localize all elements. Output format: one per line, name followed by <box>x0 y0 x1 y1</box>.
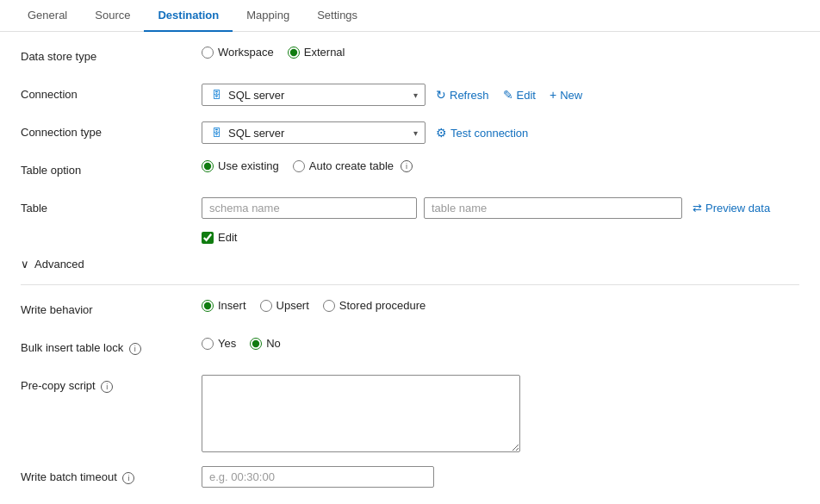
write-batch-timeout-row: Write batch timeout i <box>21 466 799 490</box>
bulk-no-radio-item[interactable]: No <box>250 337 281 350</box>
auto-create-info-icon: i <box>401 160 413 172</box>
connection-type-controls: 🗄 SQL server ▾ ⚙ Test connection <box>202 121 799 144</box>
edit-button[interactable]: ✎ Edit <box>500 84 539 105</box>
table-name-input[interactable] <box>424 197 682 219</box>
external-radio-item[interactable]: External <box>288 46 345 59</box>
connection-dropdown-arrow: ▾ <box>413 90 418 100</box>
workspace-radio-label: Workspace <box>218 46 274 59</box>
stored-procedure-radio-item[interactable]: Stored procedure <box>323 299 426 312</box>
refresh-button[interactable]: ↻ Refresh <box>432 84 493 105</box>
stored-procedure-radio[interactable] <box>323 300 335 312</box>
connection-row: Connection 🗄 SQL server ▾ ↻ Refresh ✎ Ed… <box>21 84 799 108</box>
table-option-row: Table option Use existing Auto create ta… <box>21 159 799 184</box>
table-label: Table <box>21 197 202 215</box>
form-content: Data store type Workspace External Conne… <box>0 32 820 504</box>
connection-type-dropdown-text: SQL server <box>228 127 408 140</box>
bulk-no-label: No <box>266 337 281 350</box>
test-connection-icon: ⚙ <box>436 126 447 140</box>
preview-data-link[interactable]: ⇄ Preview data <box>693 202 770 215</box>
refresh-label: Refresh <box>450 89 489 102</box>
advanced-section-header[interactable]: ∨ Advanced <box>21 258 799 271</box>
tab-mapping[interactable]: Mapping <box>233 0 303 32</box>
tab-bar: General Source Destination Mapping Setti… <box>0 0 820 32</box>
connection-db-icon: 🗄 <box>209 88 223 102</box>
edit-label: Edit <box>517 89 536 102</box>
stored-procedure-radio-label: Stored procedure <box>339 299 426 312</box>
workspace-radio-item[interactable]: Workspace <box>202 46 274 59</box>
table-controls: ⇄ Preview data Edit <box>202 197 799 244</box>
bulk-yes-radio[interactable] <box>202 338 214 350</box>
data-store-type-row: Data store type Workspace External <box>21 46 799 70</box>
bulk-yes-radio-item[interactable]: Yes <box>202 337 236 350</box>
edit-icon: ✎ <box>503 88 513 102</box>
advanced-divider <box>21 284 799 285</box>
new-plus-icon: + <box>550 88 556 102</box>
preview-data-label: Preview data <box>705 202 770 215</box>
edit-checkbox-item[interactable]: Edit <box>202 231 237 244</box>
pre-copy-script-label: Pre-copy script i <box>21 375 202 393</box>
upsert-radio-label: Upsert <box>276 299 309 312</box>
insert-radio-item[interactable]: Insert <box>202 299 246 312</box>
bulk-insert-row: Bulk insert table lock i Yes No <box>21 337 799 361</box>
bulk-insert-label: Bulk insert table lock i <box>21 337 202 355</box>
new-label: New <box>560 89 582 102</box>
insert-radio-label: Insert <box>218 299 246 312</box>
auto-create-radio[interactable] <box>293 160 305 172</box>
schema-name-input[interactable] <box>202 197 417 219</box>
connection-dropdown[interactable]: 🗄 SQL server ▾ <box>202 84 426 106</box>
upsert-radio[interactable] <box>260 300 272 312</box>
preview-data-icon: ⇄ <box>693 202 702 215</box>
write-batch-timeout-input[interactable] <box>202 466 434 488</box>
data-store-type-label: Data store type <box>21 46 202 63</box>
test-connection-button[interactable]: ⚙ Test connection <box>432 122 531 143</box>
tab-general[interactable]: General <box>14 0 81 32</box>
edit-checkbox-label: Edit <box>218 231 237 244</box>
bulk-no-radio[interactable] <box>250 338 262 350</box>
bulk-insert-controls: Yes No <box>202 337 799 350</box>
tab-source[interactable]: Source <box>81 0 144 32</box>
connection-type-dropdown-arrow: ▾ <box>413 128 418 138</box>
write-batch-timeout-controls <box>202 466 799 488</box>
table-option-controls: Use existing Auto create table i <box>202 159 799 172</box>
connection-dropdown-text: SQL server <box>228 89 408 102</box>
pre-copy-script-row: Pre-copy script i <box>21 375 799 452</box>
table-row: Table ⇄ Preview data Edit <box>21 197 799 244</box>
connection-type-row: Connection type 🗄 SQL server ▾ ⚙ Test co… <box>21 121 799 146</box>
use-existing-label: Use existing <box>218 159 279 172</box>
advanced-collapse-icon: ∨ <box>21 258 29 271</box>
workspace-radio[interactable] <box>202 47 214 59</box>
connection-controls: 🗄 SQL server ▾ ↻ Refresh ✎ Edit + New <box>202 84 799 106</box>
tab-settings[interactable]: Settings <box>303 0 371 32</box>
refresh-icon: ↻ <box>436 88 446 102</box>
connection-type-dropdown[interactable]: 🗄 SQL server ▾ <box>202 121 426 144</box>
bulk-insert-info-icon: i <box>129 343 141 355</box>
connection-type-db-icon: 🗄 <box>209 126 223 140</box>
write-batch-timeout-label: Write batch timeout i <box>21 466 202 484</box>
new-button[interactable]: + New <box>546 84 586 105</box>
write-behavior-controls: Insert Upsert Stored procedure <box>202 299 799 312</box>
connection-label: Connection <box>21 84 202 101</box>
table-option-label: Table option <box>21 159 202 177</box>
insert-radio[interactable] <box>202 300 214 312</box>
pre-copy-script-controls <box>202 375 799 452</box>
connection-type-label: Connection type <box>21 121 202 139</box>
data-store-type-controls: Workspace External <box>202 46 799 59</box>
table-inputs-row: ⇄ Preview data <box>202 197 770 219</box>
write-behavior-label: Write behavior <box>21 299 202 316</box>
test-connection-label: Test connection <box>450 127 528 140</box>
use-existing-radio[interactable] <box>202 160 214 172</box>
external-radio-label: External <box>304 46 345 59</box>
pre-copy-script-textarea[interactable] <box>202 375 520 452</box>
auto-create-radio-item[interactable]: Auto create table i <box>293 159 413 172</box>
advanced-section-label: Advanced <box>34 258 84 271</box>
write-batch-timeout-info-icon: i <box>122 472 134 484</box>
use-existing-radio-item[interactable]: Use existing <box>202 159 279 172</box>
tab-destination[interactable]: Destination <box>144 0 233 32</box>
external-radio[interactable] <box>288 47 300 59</box>
pre-copy-script-info-icon: i <box>101 381 113 393</box>
edit-checkbox[interactable] <box>202 232 214 244</box>
bulk-yes-label: Yes <box>218 337 236 350</box>
auto-create-label: Auto create table <box>309 159 394 172</box>
write-behavior-row: Write behavior Insert Upsert Stored proc… <box>21 299 799 323</box>
upsert-radio-item[interactable]: Upsert <box>260 299 309 312</box>
